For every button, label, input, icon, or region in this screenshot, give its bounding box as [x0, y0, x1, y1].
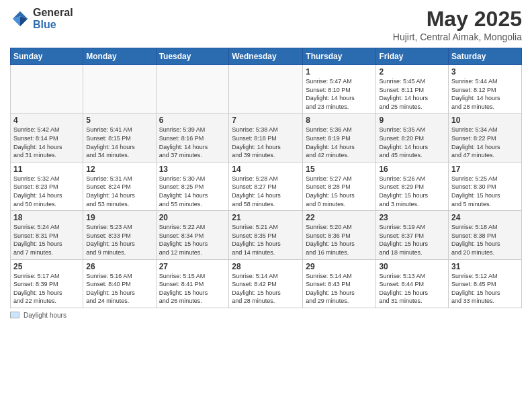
table-row: 29Sunrise: 5:14 AM Sunset: 8:43 PM Dayli…	[303, 259, 376, 308]
day-info: Sunrise: 5:23 AM Sunset: 8:33 PM Dayligh…	[86, 223, 152, 257]
day-info: Sunrise: 5:36 AM Sunset: 8:19 PM Dayligh…	[306, 126, 373, 159]
table-row: 19Sunrise: 5:23 AM Sunset: 8:33 PM Dayli…	[83, 211, 156, 259]
day-info: Sunrise: 5:31 AM Sunset: 8:24 PM Dayligh…	[86, 175, 152, 208]
logo-general: General	[33, 7, 73, 19]
day-info: Sunrise: 5:14 AM Sunset: 8:43 PM Dayligh…	[306, 272, 373, 306]
table-row: 4Sunrise: 5:42 AM Sunset: 8:14 PM Daylig…	[11, 113, 83, 162]
day-number: 10	[451, 116, 519, 125]
table-row: 30Sunrise: 5:13 AM Sunset: 8:44 PM Dayli…	[376, 259, 449, 308]
day-number: 5	[86, 116, 152, 125]
header: General Blue May 2025 Hujirt, Central Ai…	[10, 7, 522, 42]
day-number: 1	[306, 67, 373, 77]
week-row-2: 4Sunrise: 5:42 AM Sunset: 8:14 PM Daylig…	[11, 113, 522, 162]
day-number: 16	[379, 165, 445, 174]
table-row: 10Sunrise: 5:34 AM Sunset: 8:22 PM Dayli…	[449, 113, 522, 162]
day-info: Sunrise: 5:34 AM Sunset: 8:22 PM Dayligh…	[451, 126, 519, 159]
day-number: 31	[451, 262, 519, 271]
day-number: 29	[306, 262, 373, 271]
day-number: 22	[306, 213, 373, 222]
col-tuesday: Tuesday	[156, 48, 229, 65]
calendar-table: Sunday Monday Tuesday Wednesday Thursday…	[10, 48, 522, 308]
table-row: 12Sunrise: 5:31 AM Sunset: 8:24 PM Dayli…	[83, 162, 156, 210]
day-info: Sunrise: 5:17 AM Sunset: 8:39 PM Dayligh…	[13, 272, 80, 306]
day-number: 17	[451, 165, 519, 174]
table-row: 15Sunrise: 5:27 AM Sunset: 8:28 PM Dayli…	[303, 162, 376, 210]
day-number: 2	[379, 67, 445, 77]
header-row: Sunday Monday Tuesday Wednesday Thursday…	[11, 48, 522, 65]
calendar-subtitle: Hujirt, Central Aimak, Mongolia	[393, 32, 522, 42]
table-row: 28Sunrise: 5:14 AM Sunset: 8:42 PM Dayli…	[229, 259, 303, 308]
day-number: 3	[451, 67, 519, 77]
day-number: 6	[159, 116, 226, 125]
day-info: Sunrise: 5:38 AM Sunset: 8:18 PM Dayligh…	[232, 126, 300, 159]
day-number: 8	[306, 116, 373, 125]
col-monday: Monday	[83, 48, 156, 65]
day-info: Sunrise: 5:19 AM Sunset: 8:37 PM Dayligh…	[379, 223, 445, 257]
col-saturday: Saturday	[449, 48, 522, 65]
week-row-3: 11Sunrise: 5:32 AM Sunset: 8:23 PM Dayli…	[11, 162, 522, 210]
table-row: 11Sunrise: 5:32 AM Sunset: 8:23 PM Dayli…	[11, 162, 83, 210]
table-row: 31Sunrise: 5:12 AM Sunset: 8:45 PM Dayli…	[449, 259, 522, 308]
day-info: Sunrise: 5:20 AM Sunset: 8:36 PM Dayligh…	[306, 223, 373, 257]
table-row: 21Sunrise: 5:21 AM Sunset: 8:35 PM Dayli…	[229, 211, 303, 259]
table-row: 13Sunrise: 5:30 AM Sunset: 8:25 PM Dayli…	[156, 162, 229, 210]
logo-text: General Blue	[33, 7, 73, 30]
day-number: 24	[451, 213, 519, 222]
table-row	[11, 65, 83, 113]
day-info: Sunrise: 5:41 AM Sunset: 8:15 PM Dayligh…	[86, 126, 152, 159]
day-number: 28	[232, 262, 300, 271]
table-row: 24Sunrise: 5:18 AM Sunset: 8:38 PM Dayli…	[449, 211, 522, 259]
day-number: 9	[379, 116, 445, 125]
table-row: 9Sunrise: 5:35 AM Sunset: 8:20 PM Daylig…	[376, 113, 449, 162]
table-row: 5Sunrise: 5:41 AM Sunset: 8:15 PM Daylig…	[83, 113, 156, 162]
day-info: Sunrise: 5:12 AM Sunset: 8:45 PM Dayligh…	[451, 272, 519, 306]
day-number: 23	[379, 213, 445, 222]
day-info: Sunrise: 5:42 AM Sunset: 8:14 PM Dayligh…	[13, 126, 80, 159]
day-info: Sunrise: 5:22 AM Sunset: 8:34 PM Dayligh…	[159, 223, 226, 257]
logo: General Blue	[10, 7, 73, 30]
table-row: 17Sunrise: 5:25 AM Sunset: 8:30 PM Dayli…	[449, 162, 522, 210]
day-info: Sunrise: 5:47 AM Sunset: 8:10 PM Dayligh…	[306, 77, 373, 111]
day-number: 30	[379, 262, 445, 271]
day-info: Sunrise: 5:28 AM Sunset: 8:27 PM Dayligh…	[232, 175, 300, 208]
week-row-1: 1Sunrise: 5:47 AM Sunset: 8:10 PM Daylig…	[11, 65, 522, 113]
day-info: Sunrise: 5:26 AM Sunset: 8:29 PM Dayligh…	[379, 175, 445, 208]
day-info: Sunrise: 5:16 AM Sunset: 8:40 PM Dayligh…	[86, 272, 152, 306]
legend-color-box	[10, 312, 19, 318]
table-row: 18Sunrise: 5:24 AM Sunset: 8:31 PM Dayli…	[11, 211, 83, 259]
day-number: 15	[306, 165, 373, 174]
calendar-title: May 2025	[393, 7, 522, 32]
day-info: Sunrise: 5:14 AM Sunset: 8:42 PM Dayligh…	[232, 272, 300, 306]
day-info: Sunrise: 5:32 AM Sunset: 8:23 PM Dayligh…	[13, 175, 80, 208]
table-row: 26Sunrise: 5:16 AM Sunset: 8:40 PM Dayli…	[83, 259, 156, 308]
table-row	[229, 65, 303, 113]
table-row: 8Sunrise: 5:36 AM Sunset: 8:19 PM Daylig…	[303, 113, 376, 162]
table-row: 3Sunrise: 5:44 AM Sunset: 8:12 PM Daylig…	[449, 65, 522, 113]
day-number: 11	[13, 165, 80, 174]
table-row	[156, 65, 229, 113]
table-row: 7Sunrise: 5:38 AM Sunset: 8:18 PM Daylig…	[229, 113, 303, 162]
table-row: 27Sunrise: 5:15 AM Sunset: 8:41 PM Dayli…	[156, 259, 229, 308]
day-number: 7	[232, 116, 300, 125]
day-number: 25	[13, 262, 80, 271]
table-row: 25Sunrise: 5:17 AM Sunset: 8:39 PM Dayli…	[11, 259, 83, 308]
table-row: 14Sunrise: 5:28 AM Sunset: 8:27 PM Dayli…	[229, 162, 303, 210]
table-row: 16Sunrise: 5:26 AM Sunset: 8:29 PM Dayli…	[376, 162, 449, 210]
table-row: 23Sunrise: 5:19 AM Sunset: 8:37 PM Dayli…	[376, 211, 449, 259]
table-row: 2Sunrise: 5:45 AM Sunset: 8:11 PM Daylig…	[376, 65, 449, 113]
table-row: 1Sunrise: 5:47 AM Sunset: 8:10 PM Daylig…	[303, 65, 376, 113]
day-info: Sunrise: 5:35 AM Sunset: 8:20 PM Dayligh…	[379, 126, 445, 159]
day-info: Sunrise: 5:25 AM Sunset: 8:30 PM Dayligh…	[451, 175, 519, 208]
day-number: 4	[13, 116, 80, 125]
day-number: 26	[86, 262, 152, 271]
day-number: 14	[232, 165, 300, 174]
day-number: 20	[159, 213, 226, 222]
day-info: Sunrise: 5:45 AM Sunset: 8:11 PM Dayligh…	[379, 77, 445, 111]
day-info: Sunrise: 5:18 AM Sunset: 8:38 PM Dayligh…	[451, 223, 519, 257]
table-row: 6Sunrise: 5:39 AM Sunset: 8:16 PM Daylig…	[156, 113, 229, 162]
day-number: 13	[159, 165, 226, 174]
day-number: 27	[159, 262, 226, 271]
day-number: 18	[13, 213, 80, 222]
day-info: Sunrise: 5:15 AM Sunset: 8:41 PM Dayligh…	[159, 272, 226, 306]
week-row-5: 25Sunrise: 5:17 AM Sunset: 8:39 PM Dayli…	[11, 259, 522, 308]
